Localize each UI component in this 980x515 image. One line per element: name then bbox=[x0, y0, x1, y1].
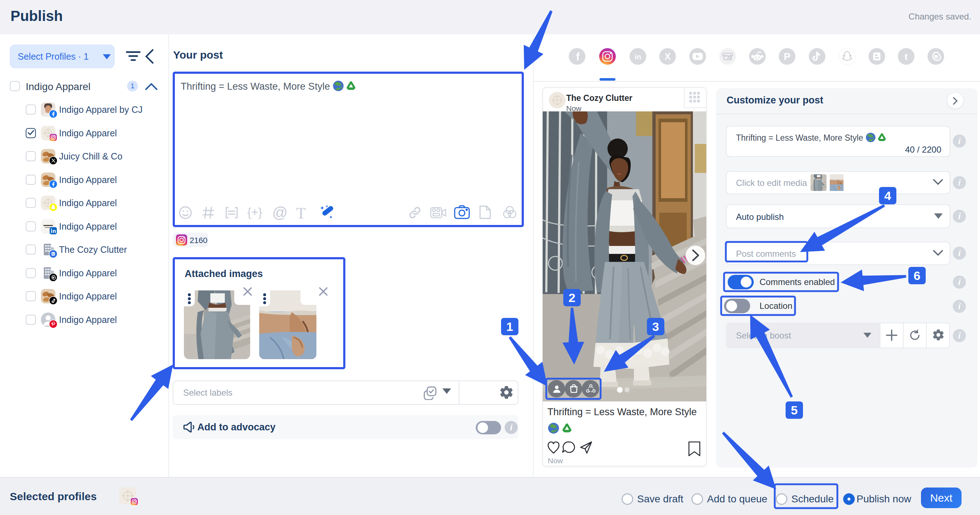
svg-text:t: t bbox=[904, 51, 908, 62]
svg-text:1: 1 bbox=[506, 320, 513, 333]
svg-text:P: P bbox=[784, 51, 791, 62]
svg-text:X: X bbox=[665, 51, 671, 62]
svg-text:in: in bbox=[635, 53, 641, 61]
svg-text:f: f bbox=[576, 51, 580, 63]
